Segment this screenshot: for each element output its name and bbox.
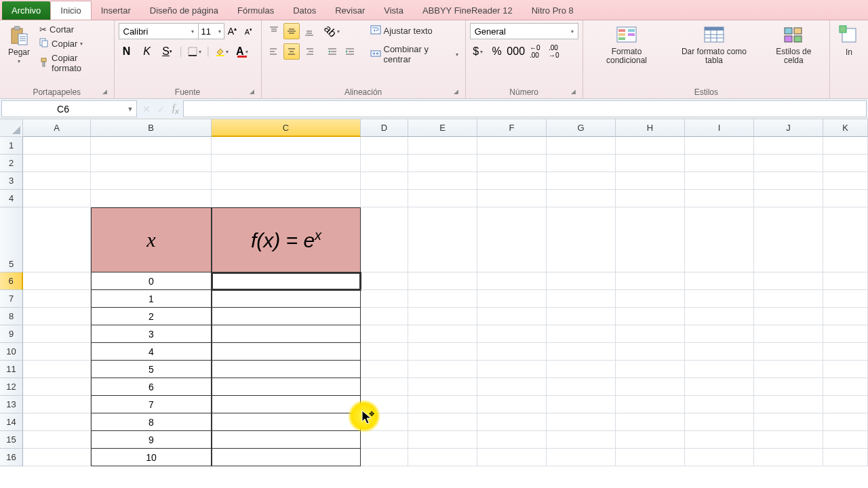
cell-G16[interactable]	[547, 449, 616, 466]
cell-I7[interactable]	[685, 290, 754, 308]
cell-A15[interactable]	[23, 431, 91, 449]
cell-H13[interactable]	[616, 396, 685, 413]
cell-J9[interactable]	[754, 325, 823, 343]
column-header-H[interactable]: H	[616, 119, 685, 137]
cell-G14[interactable]	[547, 413, 616, 431]
column-header-E[interactable]: E	[408, 119, 477, 137]
cell-C13[interactable]	[212, 396, 361, 413]
cell-D14[interactable]	[361, 413, 408, 431]
row-header-4[interactable]: 4	[0, 190, 23, 207]
row-header-15[interactable]: 15	[0, 431, 23, 449]
cell-G4[interactable]	[547, 190, 616, 207]
cell-K6[interactable]	[823, 272, 868, 290]
row-header-5[interactable]: 5	[0, 207, 23, 272]
cell-G3[interactable]	[547, 172, 616, 190]
cell-J2[interactable]	[754, 155, 823, 172]
align-center-button[interactable]	[283, 43, 300, 60]
cell-D2[interactable]	[361, 155, 408, 172]
cell-K12[interactable]	[823, 378, 868, 396]
row-header-2[interactable]: 2	[0, 155, 23, 172]
cell-F9[interactable]	[477, 325, 547, 343]
decrease-indent-button[interactable]	[324, 43, 340, 60]
row-header-11[interactable]: 11	[0, 361, 23, 378]
cell-D13[interactable]	[361, 396, 408, 413]
cell-J15[interactable]	[754, 431, 823, 449]
tab-review[interactable]: Revisar	[326, 1, 374, 20]
select-all-button[interactable]	[0, 119, 23, 137]
tab-insert[interactable]: Insertar	[92, 1, 140, 20]
cell-B8[interactable]: 2	[91, 308, 212, 325]
row-header-9[interactable]: 9	[0, 325, 23, 343]
cell-B7[interactable]: 1	[91, 290, 212, 308]
cell-F1[interactable]	[477, 137, 547, 155]
cell-E11[interactable]	[408, 361, 477, 378]
row-header-10[interactable]: 10	[0, 343, 23, 361]
cell-C12[interactable]	[212, 378, 361, 396]
cell-I5[interactable]	[685, 207, 754, 272]
number-launcher[interactable]: ◢	[569, 87, 578, 97]
column-header-A[interactable]: A	[23, 119, 91, 137]
cell-F5[interactable]	[477, 207, 547, 272]
row-header-3[interactable]: 3	[0, 172, 23, 190]
cell-G12[interactable]	[547, 378, 616, 396]
cell-K16[interactable]	[823, 449, 868, 466]
cell-G13[interactable]	[547, 396, 616, 413]
cell-I11[interactable]	[685, 361, 754, 378]
cell-H11[interactable]	[616, 361, 685, 378]
cell-J10[interactable]	[754, 343, 823, 361]
decrease-font-button[interactable]: A▾	[241, 23, 257, 39]
underline-button[interactable]: S▾	[159, 43, 176, 60]
cell-E13[interactable]	[408, 396, 477, 413]
row-header-6[interactable]: 6	[0, 272, 23, 290]
cell-G6[interactable]	[547, 272, 616, 290]
cell-J8[interactable]	[754, 308, 823, 325]
font-color-button[interactable]: A	[234, 43, 250, 60]
cell-F12[interactable]	[477, 378, 547, 396]
cell-C1[interactable]	[212, 137, 361, 155]
cell-B9[interactable]: 3	[91, 325, 212, 343]
cell-A16[interactable]	[23, 449, 91, 466]
row-header-14[interactable]: 14	[0, 413, 23, 431]
cell-F10[interactable]	[477, 343, 547, 361]
name-box[interactable]: C6 ▼	[1, 100, 137, 117]
cell-B1[interactable]	[91, 137, 212, 155]
cell-F13[interactable]	[477, 396, 547, 413]
cell-I10[interactable]	[685, 343, 754, 361]
cell-K15[interactable]	[823, 431, 868, 449]
insert-cells-button[interactable]: In	[834, 23, 864, 58]
cell-C15[interactable]	[212, 431, 361, 449]
cell-J6[interactable]	[754, 272, 823, 290]
cell-B13[interactable]: 7	[91, 396, 212, 413]
cell-I4[interactable]	[685, 190, 754, 207]
orientation-button[interactable]: ab	[324, 23, 340, 39]
cell-G10[interactable]	[547, 343, 616, 361]
cell-A6[interactable]	[23, 272, 91, 290]
borders-button[interactable]	[186, 43, 203, 60]
cell-H8[interactable]	[616, 308, 685, 325]
tab-formulas[interactable]: Fórmulas	[228, 1, 283, 20]
enter-icon[interactable]: ✓	[157, 104, 165, 115]
bold-button[interactable]: N	[119, 43, 135, 60]
cell-B6[interactable]: 0	[91, 272, 212, 290]
align-middle-button[interactable]	[283, 23, 300, 39]
number-format-select[interactable]: General▾	[470, 23, 578, 39]
font-size-select[interactable]: 11▾	[199, 23, 224, 39]
cell-H12[interactable]	[616, 378, 685, 396]
clipboard-launcher[interactable]: ◢	[100, 87, 110, 97]
tab-view[interactable]: Vista	[374, 1, 413, 20]
cell-C11[interactable]	[212, 361, 361, 378]
cell-B5[interactable]: x	[91, 207, 212, 272]
copy-button[interactable]: Copiar ▾	[37, 37, 109, 51]
cell-J1[interactable]	[754, 137, 823, 155]
cell-D4[interactable]	[361, 190, 408, 207]
cell-D6[interactable]	[361, 272, 408, 290]
cell-E10[interactable]	[408, 343, 477, 361]
cell-H6[interactable]	[616, 272, 685, 290]
cell-A13[interactable]	[23, 396, 91, 413]
row-header-7[interactable]: 7	[0, 290, 23, 308]
cell-E7[interactable]	[408, 290, 477, 308]
row-header-13[interactable]: 13	[0, 396, 23, 413]
cell-J5[interactable]	[754, 207, 823, 272]
fill-color-button[interactable]	[214, 43, 230, 60]
cell-D9[interactable]	[361, 325, 408, 343]
